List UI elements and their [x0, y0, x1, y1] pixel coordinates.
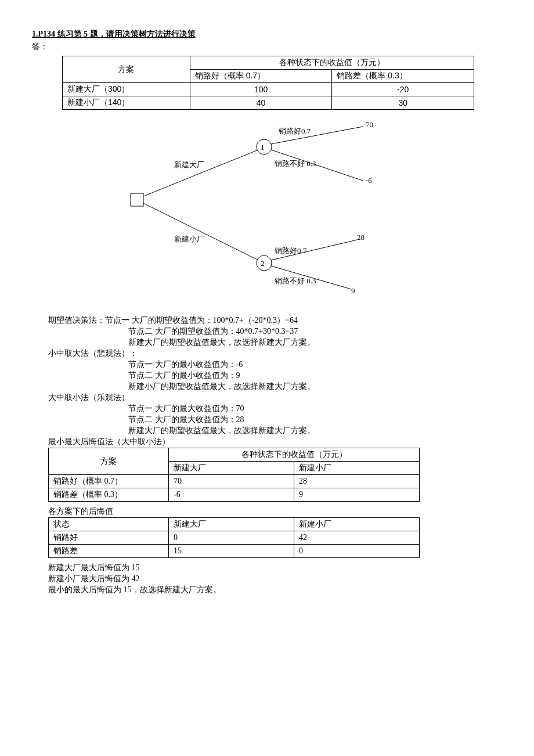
text-line: 新建大厂最大后悔值为 15: [48, 563, 502, 573]
text-line: 最小的最大后悔值为 15，故选择新建大厂方案。: [48, 585, 502, 595]
th-group: 各种状态下的收益值（万元）: [169, 448, 420, 462]
cell-bad: -20: [332, 83, 474, 96]
node-1: 1: [261, 143, 265, 152]
text-line: 期望值决策法：节点一 大厂的期望收益值为：100*0.7+（-20*0.3）=6…: [48, 315, 502, 326]
cell: 42: [294, 531, 420, 545]
label-good-07-b: 销路好0.7: [275, 246, 306, 256]
pessimistic-section: 小中取大法（悲观法）： 节点一 大厂的最小收益值为：-6 节点二 大厂的最小收益…: [48, 348, 502, 392]
cell: 销路差: [49, 545, 169, 558]
text-line: 各方案下的后悔值: [48, 506, 502, 517]
question-title: 1.P134 练习第 5 题，请用决策树方法进行决策: [32, 29, 502, 39]
text-line: 节点二 大厂的最小收益值为：9: [128, 370, 502, 381]
th-big: 新建大厂: [169, 518, 294, 531]
th-state: 状态: [49, 518, 169, 531]
cell-bad: 30: [332, 96, 474, 110]
table-row: 销路差 15 0: [49, 545, 420, 558]
text-line: 新建大厂的期望收益值最大，故选择新建大厂方案。: [128, 337, 502, 348]
th-group: 各种状态下的收益值（万元）: [190, 56, 474, 70]
cell: 销路差（概率 0.3）: [49, 488, 169, 502]
th-small: 新建小厂: [294, 462, 420, 475]
th-good: 销路好（概率 0.7）: [190, 70, 332, 83]
cell: 15: [169, 545, 294, 558]
table-row: 新建大厂（300） 100 -20: [63, 83, 474, 96]
expected-value-section: 期望值决策法：节点一 大厂的期望收益值为：100*0.7+（-20*0.3）=6…: [48, 315, 502, 348]
regret-subtitle: 各方案下的后悔值: [48, 506, 502, 517]
text-line: 节点一 大厂的最大收益值为：70: [128, 404, 502, 414]
label-small-factory: 新建小厂: [174, 234, 204, 244]
th-big: 新建大厂: [169, 462, 294, 475]
value-70: 70: [366, 120, 373, 129]
label-bad-03-a: 销路不好 0.3: [275, 159, 316, 169]
text-line: 节点二 大厂的最大收益值为：28: [128, 415, 502, 425]
cell: 销路好（概率 0.7）: [49, 475, 169, 488]
cell: 0: [294, 545, 420, 558]
cell: 9: [294, 488, 420, 502]
table-row: 销路差（概率 0.3） -6 9: [49, 488, 420, 502]
table-row: 销路好 0 42: [49, 531, 420, 545]
cell: 70: [169, 475, 294, 488]
text-line: 大中取小法（乐观法）: [48, 393, 502, 403]
svg-rect-0: [131, 193, 143, 206]
table-row: 销路好（概率 0.7） 70 28: [49, 475, 420, 488]
cell: 0: [169, 531, 294, 545]
th-small: 新建小厂: [294, 518, 420, 531]
text-line: 节点二 大厂的期望收益值为：40*0.7+30*0.3=37: [128, 326, 502, 337]
optimistic-section: 大中取小法（乐观法） 节点一 大厂的最大收益值为：70 节点二 大厂的最大收益值…: [48, 393, 502, 436]
regret-payoff-table: 方案 各种状态下的收益值（万元） 新建大厂 新建小厂 销路好（概率 0.7） 7…: [48, 448, 420, 502]
conclusion-section: 新建大厂最大后悔值为 15 新建小厂最大后悔值为 42 最小的最大后悔值为 15…: [48, 563, 502, 595]
decision-tree-diagram: 新建大厂 新建小厂 1 2 销路好0.7 70 销路不好 0.3 -6 销路好0…: [119, 118, 409, 298]
text-line: 节点一 大厂的最小收益值为：-6: [128, 359, 502, 370]
th-plan: 方案: [63, 56, 190, 83]
svg-line-1: [143, 150, 258, 196]
value-neg6: -6: [366, 176, 372, 185]
cell-good: 100: [190, 83, 332, 96]
label-big-factory: 新建大厂: [174, 160, 204, 170]
svg-line-2: [143, 203, 258, 260]
cell: 销路好: [49, 531, 169, 545]
value-28: 28: [357, 233, 365, 242]
label-bad-03-b: 销路不好 0.3: [275, 276, 316, 286]
cell: 28: [294, 475, 420, 488]
value-9: 9: [351, 286, 355, 296]
text-line: 新建小厂最大后悔值为 42: [48, 574, 502, 584]
text-line: 小中取大法（悲观法）：: [48, 348, 502, 359]
text-line: 新建小厂的期望收益值最大，故选择新建大厂方案。: [128, 381, 502, 392]
node-2: 2: [261, 259, 265, 268]
label-good-07-a: 销路好0.7: [279, 126, 311, 136]
cell-good: 40: [190, 96, 332, 110]
regret-title: 最小最大后悔值法（大中取小法）: [48, 437, 502, 447]
table-row: 新建小厂（140） 40 30: [63, 96, 474, 110]
regret-section: 最小最大后悔值法（大中取小法）: [48, 437, 502, 447]
th-bad: 销路差（概率 0.3）: [332, 70, 474, 83]
regret-value-table: 状态 新建大厂 新建小厂 销路好 0 42 销路差 15 0: [48, 517, 420, 558]
text-line: 新建大厂的期望收益值最大，故选择新建大厂方案。: [128, 426, 502, 436]
cell: -6: [169, 488, 294, 502]
th-plan: 方案: [49, 448, 169, 475]
answer-label: 答：: [32, 42, 502, 52]
payoff-table: 方案 各种状态下的收益值（万元） 销路好（概率 0.7） 销路差（概率 0.3）…: [62, 56, 474, 110]
cell-plan: 新建大厂（300）: [63, 83, 190, 96]
cell-plan: 新建小厂（140）: [63, 96, 190, 110]
